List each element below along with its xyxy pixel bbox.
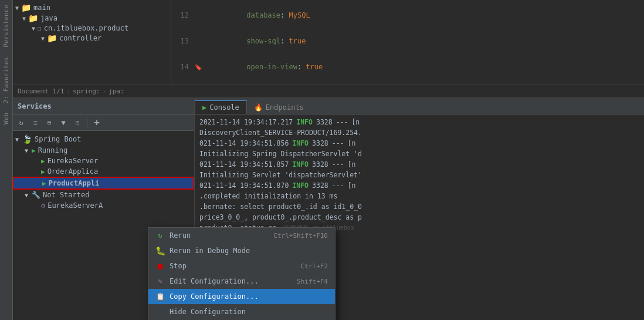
code-line-13: 13 show-sql: true — [171, 28, 644, 54]
log-line-8: .completed initialization in 13 ms — [199, 191, 639, 201]
eureka-icon-a: ⚙ — [41, 201, 45, 210]
log-msg-10: price3_0_0_, product0_.product_desc as p — [199, 212, 362, 223]
tree-item-java[interactable]: ▼ 📁 java — [13, 13, 171, 23]
ctx-item-hide-config[interactable]: Hide Configuration — [148, 304, 335, 319]
svc-label-product: ProductAppli — [49, 179, 100, 187]
breadcrumb-spring: spring: — [73, 87, 100, 95]
svc-running[interactable]: ▼ ▶ Running — [13, 145, 194, 156]
breadcrumb-sep1: › — [66, 87, 70, 95]
console-tabs: ▶ Console 🔥 Endpoints — [195, 98, 644, 114]
tab-console[interactable]: ▶ Console — [195, 100, 247, 114]
svc-productappli[interactable]: ▶ ProductAppli — [13, 177, 194, 190]
left-panel-labels: Persistence 2: Favorites Web — [0, 0, 13, 320]
arrow-icon-java: ▼ — [22, 15, 26, 22]
toolbar-btn-group[interactable]: ⊞ — [43, 117, 55, 129]
panel-label-web[interactable]: Web — [0, 108, 12, 129]
log-level-1: INFO — [296, 117, 313, 127]
svc-springboot[interactable]: ▼ 🍃 Spring Boot — [13, 133, 194, 145]
tree-label-main: main — [33, 4, 50, 12]
breadcrumb-sep2: › — [102, 87, 106, 95]
run-icon-product: ▶ — [42, 180, 46, 187]
console-tab-label: Console — [209, 103, 239, 112]
line-content-14: open-in-view: true — [204, 55, 644, 79]
toolbar-btn-refresh[interactable]: ↻ — [15, 117, 27, 129]
ctx-icon-edit: ✎ — [155, 277, 165, 286]
breadcrumb-jpa: jpa: — [109, 87, 124, 95]
log-line-10: price3_0_0_, product0_.product_desc as p — [199, 212, 639, 223]
ctx-item-rerun[interactable]: ↻ Rerun Ctrl+Shift+F10 — [148, 228, 335, 243]
svc-arrow-notstarted: ▼ — [25, 192, 29, 198]
log-dash-5: --- — [332, 159, 344, 170]
tree-item-package[interactable]: ▼ ◻ cn.itbluebox.product — [13, 23, 171, 33]
panel-label-persistence[interactable]: Persistence — [0, 0, 12, 52]
ctx-icon-copy: 📋 — [155, 292, 165, 301]
tree-item-controller[interactable]: ▼ 📁 controller — [13, 33, 171, 43]
toolbar-btn-add[interactable]: + — [91, 117, 103, 129]
ctx-label-rerun: Rerun — [170, 231, 191, 240]
ctx-item-rerun-debug[interactable]: 🐛 Rerun in Debug Mode — [148, 243, 335, 258]
bookmark-icon-14: 🔖 — [195, 64, 202, 70]
ctx-label-copy-config: Copy Configuration... — [170, 292, 259, 301]
ctx-label-rerun-debug: Rerun in Debug Mode — [170, 247, 250, 255]
ctx-shortcut-rerun: Ctrl+Shift+F10 — [273, 232, 328, 240]
log-line-7: 021-11-14 19:34:51.870 INFO 3328 --- [n — [199, 180, 639, 191]
svc-not-started[interactable]: ▼ 🔧 Not Started — [13, 190, 194, 200]
endpoints-tab-label: Endpoints — [266, 103, 304, 112]
svc-label-springboot: Spring Boot — [35, 135, 81, 143]
code-line-14: 14 🔖 open-in-view: true — [171, 54, 644, 80]
log-dash-7: --- — [332, 180, 344, 191]
panel-label-favorites[interactable]: 2: Favorites — [0, 52, 12, 108]
line-num-12: 12 — [171, 11, 195, 19]
folder-icon-main: 📁 — [21, 3, 31, 12]
toolbar-btn-options[interactable]: ⊡ — [72, 117, 83, 129]
log-time-7: 021-11-14 19:34:51.870 — [199, 180, 289, 191]
log-thread-7: 3328 — [312, 180, 328, 191]
tab-endpoints[interactable]: 🔥 Endpoints — [247, 100, 311, 114]
line-num-13: 13 — [171, 37, 195, 45]
svc-label-eureka: EurekaServer — [48, 157, 99, 165]
log-msg-3: [n — [348, 138, 356, 149]
log-line-6: Initializing Servlet 'dispatcherServlet' — [199, 170, 639, 180]
svc-orderapplica[interactable]: ▶ OrderApplica — [13, 166, 194, 177]
log-line-4: Initializing Spring DispatcherServlet 'd — [199, 149, 639, 159]
svc-eurekaservera[interactable]: ⚙ EurekaServerA — [13, 200, 194, 211]
log-time-1: 2021-11-14 19:34:17.217 — [199, 117, 293, 127]
toolbar-btn-filter[interactable]: ▼ — [57, 117, 69, 129]
console-tab-icon: ▶ — [202, 103, 206, 112]
main-content: ▼ 📁 main ▼ 📁 java ▼ ◻ cn.itbluebox.produ… — [13, 0, 644, 320]
bottom-panel: Services ↻ ≡ ⊞ ▼ ⊡ + ▼ 🍃 Spring B — [13, 98, 644, 320]
ctx-item-edit-config[interactable]: ✎ Edit Configuration... Shift+F4 — [148, 274, 335, 289]
log-thread-5: 3328 — [312, 159, 328, 170]
line-gutter-14: 🔖 — [195, 63, 204, 71]
log-level-7: INFO — [292, 180, 309, 191]
services-title: Services — [18, 102, 52, 110]
line-content-13: show-sql: true — [204, 29, 644, 53]
ctx-item-copy-config[interactable]: 📋 Copy Configuration... — [148, 289, 335, 304]
log-dash-1: --- — [336, 117, 348, 127]
breadcrumb-bar: Document 1/1 › spring: › jpa: — [13, 85, 644, 98]
toolbar-btn-collapse-all[interactable]: ≡ — [29, 117, 41, 129]
log-dash-3: --- — [332, 138, 344, 149]
ctx-item-stop[interactable]: ■ Stop Ctrl+F2 — [148, 258, 335, 274]
tree-label-java: java — [40, 14, 57, 22]
log-thread-1: 3328 — [316, 117, 333, 127]
ctx-label-stop: Stop — [170, 262, 187, 270]
svc-label-not-started: Not Started — [43, 191, 89, 199]
context-menu: ↻ Rerun Ctrl+Shift+F10 🐛 Rerun in Debug … — [148, 227, 335, 320]
code-line-15: 15 #配置Eureka — [171, 80, 644, 85]
arrow-icon-controller: ▼ — [41, 35, 45, 42]
svc-eurekaserver[interactable]: ▶ EurekaServer — [13, 156, 194, 166]
endpoints-tab-icon: 🔥 — [254, 103, 263, 112]
log-msg-9: .bernate: select product0_.id as id1_0_0 — [199, 201, 362, 212]
log-line-2: DiscoveryClient_SERVICE-PRODUCT/169.254. — [199, 127, 639, 138]
tree-item-main[interactable]: ▼ 📁 main — [13, 2, 171, 13]
code-editor: 12 database: MySQL 13 show-sql: true 14 … — [171, 0, 644, 85]
run-icon-order: ▶ — [41, 168, 45, 176]
ctx-label-hide-config: Hide Configuration — [170, 308, 246, 316]
log-line-1: 2021-11-14 19:34:17.217 INFO 3328 --- [n — [199, 117, 639, 127]
log-msg-7: [n — [348, 180, 356, 191]
log-time-5: 021-11-14 19:34:51.857 — [199, 159, 289, 170]
config-icon-notstarted: 🔧 — [32, 191, 40, 199]
ctx-icon-rerun: ↻ — [155, 231, 165, 240]
tree-label-package: cn.itbluebox.product — [44, 24, 129, 32]
